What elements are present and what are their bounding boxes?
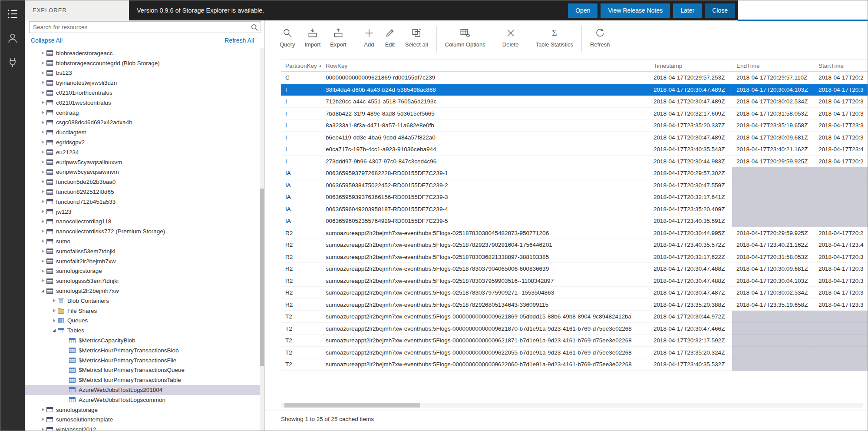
- expand-arrow-icon[interactable]: [40, 187, 46, 197]
- expand-arrow-icon[interactable]: [40, 147, 46, 157]
- collapse-all-link[interactable]: Collapse All: [31, 37, 63, 46]
- refresh-button[interactable]: Refresh: [585, 25, 615, 50]
- query-button[interactable]: Query: [275, 25, 300, 50]
- expand-arrow-icon[interactable]: [40, 424, 46, 431]
- tree-item-eu21234[interactable]: eu21234: [25, 147, 260, 157]
- tree-item-functiond712b451a533[interactable]: functiond712b451a533: [25, 197, 260, 207]
- expand-arrow-icon[interactable]: [40, 256, 46, 266]
- tree-item-sumofailss53em7tdnjki[interactable]: sumofailss53em7tdnjki: [25, 246, 260, 256]
- tree-item-bs123[interactable]: bs123: [25, 68, 260, 78]
- table-row[interactable]: I712b20cc-a44c-4551-a518-7605a6a2193c201…: [281, 96, 868, 108]
- tree-item-metricscapacityblob[interactable]: $MetricsCapacityBlob: [25, 335, 260, 345]
- expand-arrow-icon[interactable]: [40, 177, 46, 187]
- export-button[interactable]: Export: [325, 25, 351, 50]
- close-button[interactable]: Close: [705, 3, 735, 18]
- table-row[interactable]: I38fb4da4-d60b-4a43-b24d-5385498ac868201…: [281, 84, 868, 96]
- expand-arrow-icon[interactable]: [40, 127, 46, 137]
- expand-arrow-icon[interactable]: [40, 98, 46, 108]
- table-row[interactable]: R2sumoazureappt2lr2bejmh7xw-eventhubs:5F…: [281, 263, 868, 275]
- horizontal-scrollbar[interactable]: [281, 403, 863, 408]
- tree-item-file-shares[interactable]: File Shares: [25, 306, 260, 316]
- table-row[interactable]: IA00636595937972682228-RD00155DF7C239-12…: [281, 167, 868, 179]
- table-row[interactable]: T2sumoazureappt2lr2bejmh7xw-eventhubs:5F…: [281, 358, 868, 371]
- tree-item-metricshourprimarytransactionsblob[interactable]: $MetricsHourPrimaryTransactionsBlob: [25, 345, 260, 355]
- expand-arrow-icon[interactable]: [40, 157, 46, 167]
- column-header-partitionkey[interactable]: PartitionKey: [281, 60, 321, 71]
- expand-arrow-icon[interactable]: [40, 167, 46, 177]
- column-header-endtime[interactable]: EndTime: [732, 60, 814, 71]
- tree-item-sumologstorage[interactable]: sumologstorage: [25, 405, 260, 415]
- table-row[interactable]: Ie0ca717c-197b-4cc1-a923-91036ceba944201…: [281, 143, 868, 156]
- table-row[interactable]: T2sumoazureappt2lr2bejmh7xw-eventhubs:5F…: [281, 323, 868, 335]
- tree-item-euripww5cyavqsawinvm[interactable]: euripww5cyavqsawinvm: [25, 167, 260, 177]
- table-row[interactable]: R2sumoazureappt2lr2bejmh7xw-eventhubs:5F…: [281, 227, 868, 239]
- expand-arrow-icon[interactable]: [51, 306, 58, 316]
- connect-icon[interactable]: [0, 52, 25, 73]
- table-row[interactable]: T2sumoazureappt2lr2bejmh7xw-eventhubs:5F…: [281, 347, 868, 359]
- open-button[interactable]: Open: [568, 3, 597, 18]
- tree-item-blobstorageaccountegrid-blob-storage[interactable]: blobstorageaccountegrid (Blob Storage): [25, 58, 260, 68]
- table-row[interactable]: IA00636596049203958187-RD00155DF7C239-42…: [281, 203, 868, 216]
- account-icon[interactable]: [0, 27, 25, 49]
- expand-arrow-icon[interactable]: [40, 217, 46, 227]
- table-row[interactable]: I7bd8b422-31f9-489e-8ad8-5d3615ef5665201…: [281, 108, 868, 120]
- expand-arrow-icon[interactable]: [40, 414, 46, 424]
- expand-arrow-icon[interactable]: [40, 226, 46, 236]
- tree-item-queues[interactable]: Queues: [25, 316, 260, 326]
- tree-item-sumologst2lr2bejmh7xw[interactable]: sumologst2lr2bejmh7xw: [25, 286, 260, 296]
- tree-item-sumosolutiontemplate[interactable]: sumosolutiontemplate: [25, 414, 260, 424]
- collapse-arrow-icon[interactable]: [40, 286, 46, 296]
- expand-arrow-icon[interactable]: [40, 266, 46, 276]
- tree-item-metricshourprimarytransactionsqueue[interactable]: $MetricsHourPrimaryTransactionsQueue: [25, 365, 260, 375]
- tree-item-function5de2b2b3baa0[interactable]: function5de2b2b3baa0: [25, 177, 260, 187]
- expand-arrow-icon[interactable]: [51, 316, 58, 326]
- expand-arrow-icon[interactable]: [40, 88, 46, 98]
- tree-item-nanocollectordisks772-premium-storage[interactable]: nanocollectordisks772 (Premium Storage): [25, 226, 260, 236]
- table-row[interactable]: C00000000000009621869-rd00155df7c239-201…: [281, 72, 868, 84]
- delete-button[interactable]: Delete: [498, 25, 524, 50]
- tree-item-azurewebjobshostlogscommon[interactable]: AzureWebJobsHostLogscommon: [25, 395, 260, 405]
- expand-arrow-icon[interactable]: [40, 276, 46, 286]
- tree-item-csgc088dc46d692x42adxa4b[interactable]: csgc088dc46d692x42adxa4b: [25, 118, 260, 128]
- tree-item-blob-containers[interactable]: Blob Containers: [25, 296, 260, 306]
- table-row[interactable]: IA00636595939376366156-RD00155DF7C239-32…: [281, 191, 868, 203]
- expand-arrow-icon[interactable]: [40, 68, 46, 78]
- import-button[interactable]: Import: [300, 25, 325, 50]
- sidebar-scrollbar[interactable]: [260, 48, 264, 431]
- table-row[interactable]: Ib6ee4119-dd3e-4ba6-9cbd-484a57f822a0201…: [281, 132, 868, 144]
- tree-item-centraag[interactable]: centraag: [25, 108, 260, 118]
- table-row[interactable]: I273ddd97-9b96-4307-97c0-847c3ced4c96201…: [281, 156, 868, 168]
- tree-item-ducdiagtest[interactable]: ducdiagtest: [25, 127, 260, 137]
- table-row[interactable]: IA00636596052355764929-RD00155DF7C239-52…: [281, 215, 868, 227]
- expand-arrow-icon[interactable]: [40, 118, 46, 128]
- expand-arrow-icon[interactable]: [40, 58, 46, 68]
- expand-arrow-icon[interactable]: [40, 246, 46, 256]
- table-row[interactable]: R2sumoazureappt2lr2bejmh7xw-eventhubs:5F…: [281, 251, 868, 263]
- tree-item-metricshourprimarytransactionsfile[interactable]: $MetricsHourPrimaryTransactionsFile: [25, 355, 260, 365]
- tree-item-azurewebjobshostlogs201804[interactable]: AzureWebJobsHostLogs201804: [25, 385, 260, 395]
- tree-item-nanocollectordiag118[interactable]: nanocollectordiag118: [25, 217, 260, 227]
- table-row[interactable]: R2sumoazureappt2lr2bejmh7xw-eventhubs:5F…: [281, 299, 868, 311]
- tree-item-function8292512f8d65[interactable]: function8292512f8d65: [25, 187, 260, 197]
- tree-item-jw123[interactable]: jw123: [25, 207, 260, 217]
- search-icon[interactable]: [248, 23, 261, 31]
- column-header-starttime[interactable]: StartTime: [814, 60, 868, 71]
- tree-item-egridsgpv2[interactable]: egridsgpv2: [25, 137, 260, 147]
- horizontal-scrollbar-thumb[interactable]: [284, 403, 420, 408]
- expand-arrow-icon[interactable]: [40, 405, 46, 415]
- tree-item-c02101westcentralus[interactable]: c02101westcentralus: [25, 98, 260, 108]
- expand-arrow-icon[interactable]: [40, 197, 46, 207]
- expand-arrow-icon[interactable]: [40, 207, 46, 217]
- table-row[interactable]: T2sumoazureappt2lr2bejmh7xw-eventhubs:5F…: [281, 311, 868, 323]
- refresh-all-link[interactable]: Refresh All: [224, 37, 254, 46]
- expand-arrow-icon[interactable]: [40, 137, 46, 147]
- tree-item-tables[interactable]: Tables: [25, 325, 260, 335]
- tree-item-c02101northcentralus[interactable]: c02101northcentralus: [25, 88, 260, 98]
- tree-item-winlabssql2012[interactable]: winlabssql2012: [25, 424, 260, 431]
- search-input[interactable]: [30, 24, 248, 30]
- collapse-arrow-icon[interactable]: [51, 325, 58, 335]
- tree-item-euripww5cyavqsalinuxvm[interactable]: euripww5cyavqsalinuxvm: [25, 157, 260, 167]
- column-options-button[interactable]: Column Options: [440, 25, 490, 50]
- table-row[interactable]: R2sumoazureappt2lr2bejmh7xw-eventhubs:5F…: [281, 287, 868, 299]
- sidebar-scrollbar-thumb[interactable]: [260, 189, 264, 366]
